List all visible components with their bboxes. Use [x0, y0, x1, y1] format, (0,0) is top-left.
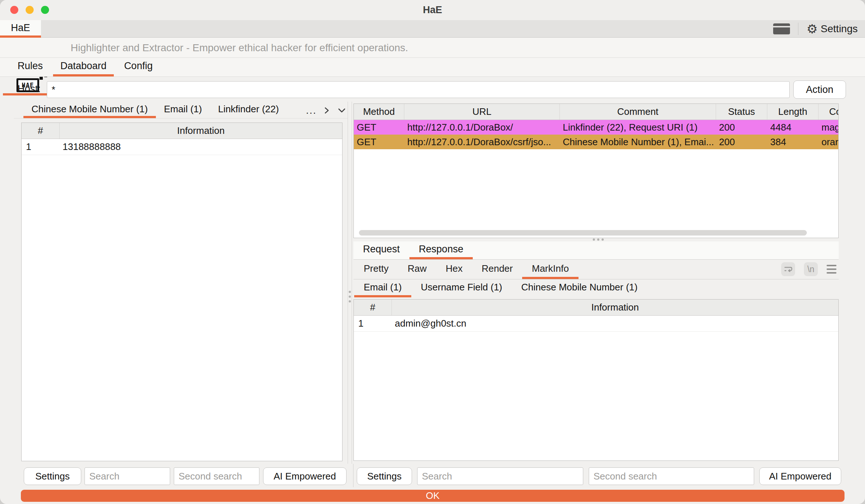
subtab-render[interactable]: Render	[472, 260, 522, 279]
action-button[interactable]: Action	[793, 80, 846, 99]
col-header-status[interactable]: Status	[716, 104, 767, 120]
horizontal-scrollbar[interactable]	[359, 230, 807, 236]
right-settings-button[interactable]: Settings	[357, 467, 412, 485]
tab-label: Chinese Mobile Number (1)	[31, 104, 148, 115]
tab-chinese-mobile-number[interactable]: Chinese Mobile Number (1)	[23, 102, 156, 118]
cell-comment: Chinese Mobile Number (1), Emai...	[560, 136, 716, 148]
requests-table: Method URL Comment Status Length Color G…	[353, 104, 839, 238]
subtab-label: MarkInfo	[532, 263, 569, 274]
subtab-markinfo[interactable]: MarkInfo	[522, 260, 578, 279]
top-tabstrip: HaE ⚙ Settings	[0, 20, 865, 38]
marktab-email[interactable]: Email (1)	[354, 279, 411, 297]
chevron-right-icon[interactable]	[322, 106, 331, 115]
button-label: AI Empowered	[274, 471, 336, 482]
subtab-hex[interactable]: Hex	[436, 260, 472, 279]
markinfo-table: # Information 1 admin@gh0st.cn	[353, 299, 839, 461]
cell-information: 13188888888	[60, 141, 342, 153]
tab-linkfinder[interactable]: Linkfinder (22)	[210, 102, 287, 118]
tab-overflow-ellipsis-button[interactable]: ...	[306, 105, 317, 116]
col-header-index[interactable]: #	[22, 123, 60, 139]
markinfo-tabs: Email (1) Username Field (1) Chinese Mob…	[353, 279, 839, 297]
left-second-search-input[interactable]	[174, 467, 259, 485]
button-label: AI Empowered	[769, 471, 832, 482]
tab-hae[interactable]: HaE	[0, 20, 41, 38]
tab-email[interactable]: Email (1)	[156, 102, 210, 118]
col-header-information[interactable]: Information	[60, 123, 342, 139]
newline-icon: \n	[807, 264, 814, 274]
footer-divider	[353, 464, 353, 487]
titlebar: HaE	[0, 0, 865, 20]
tab-label: Email (1)	[164, 104, 202, 115]
vertical-splitter-handle[interactable]	[349, 291, 351, 302]
tab-response[interactable]: Response	[409, 241, 473, 259]
word-wrap-button[interactable]	[781, 262, 795, 276]
button-label: Settings	[367, 471, 402, 482]
col-header-url[interactable]: URL	[404, 104, 560, 120]
marktab-chinese-mobile-number[interactable]: Chinese Mobile Number (1)	[512, 279, 647, 297]
tab-request[interactable]: Request	[353, 241, 409, 259]
col-header-color[interactable]: Color	[819, 104, 839, 120]
marktab-label: Username Field (1)	[421, 282, 502, 293]
action-button-label: Action	[806, 84, 833, 95]
newline-button[interactable]: \n	[804, 262, 818, 276]
cell-index: 1	[22, 141, 60, 153]
subtab-label: Raw	[408, 263, 427, 274]
tab-config[interactable]: Config	[117, 58, 160, 76]
left-search-input[interactable]	[85, 467, 170, 485]
tab-rules[interactable]: Rules	[10, 58, 50, 76]
cell-status: 200	[716, 122, 767, 133]
marktab-username-field[interactable]: Username Field (1)	[411, 279, 512, 297]
tab-label: Request	[363, 244, 400, 255]
host-input[interactable]	[47, 81, 790, 98]
col-header-information[interactable]: Information	[392, 300, 838, 315]
left-settings-button[interactable]: Settings	[24, 467, 81, 485]
cell-length: 4484	[767, 122, 819, 133]
viewer-toolbar-icons: \n	[781, 262, 836, 276]
minimize-button[interactable]	[26, 6, 34, 14]
left-ai-empowered-button[interactable]: AI Empowered	[263, 467, 347, 485]
ok-status-bar[interactable]: OK	[21, 490, 845, 502]
cell-comment: Linkfinder (22), Request URI (1)	[560, 122, 716, 133]
tab-databoard[interactable]: Databoard	[53, 58, 114, 76]
close-button[interactable]	[10, 6, 18, 14]
tab-overflow-controls: ...	[306, 103, 347, 118]
col-header-comment[interactable]: Comment	[560, 104, 716, 120]
window-icon[interactable]	[773, 23, 790, 34]
zoom-button[interactable]	[41, 6, 49, 14]
subtab-label: Hex	[446, 263, 463, 274]
subtab-pretty[interactable]: Pretty	[354, 260, 398, 279]
settings-label: Settings	[821, 23, 858, 35]
col-header-length[interactable]: Length	[767, 104, 819, 120]
cell-url: http://127.0.0.1/DoraBox/csrf/jso...	[404, 136, 560, 148]
menu-icon[interactable]	[827, 265, 836, 274]
gear-icon: ⚙	[806, 23, 817, 35]
horizontal-splitter-handle[interactable]	[593, 238, 604, 241]
panel-divider-line	[348, 102, 348, 464]
col-header-method[interactable]: Method	[354, 104, 404, 120]
viewer-subtabs: Pretty Raw Hex Render MarkInfo	[353, 260, 839, 279]
right-search-input[interactable]	[417, 467, 583, 485]
tab-rules-label: Rules	[18, 60, 43, 72]
tab-hae-label: HaE	[11, 22, 30, 34]
table-row[interactable]: 1 admin@gh0st.cn	[354, 316, 838, 332]
request-row[interactable]: GET http://127.0.0.1/DoraBox/ Linkfinder…	[354, 120, 838, 135]
tabstrip-controls: ⚙ Settings	[773, 20, 858, 38]
left-result-tabs: Chinese Mobile Number (1) Email (1) Link…	[14, 102, 348, 119]
request-row[interactable]: GET http://127.0.0.1/DoraBox/csrf/jso...…	[354, 135, 838, 149]
table-row[interactable]: 1 13188888888	[22, 139, 342, 155]
nav-tabs: Rules Databoard Config	[0, 58, 865, 77]
settings-button[interactable]: ⚙ Settings	[806, 23, 858, 35]
word-wrap-icon	[783, 264, 793, 274]
cell-method: GET	[354, 136, 404, 148]
chevron-down-icon[interactable]	[337, 106, 347, 115]
tab-label: Linkfinder (22)	[218, 104, 279, 115]
right-ai-empowered-button[interactable]: AI Empowered	[759, 467, 841, 485]
panel-divider-line	[352, 102, 352, 464]
window-icon-slit	[773, 26, 790, 27]
subtab-label: Pretty	[364, 263, 389, 274]
col-header-index[interactable]: #	[354, 300, 392, 315]
banner-row: HAE Highlighter and Extractor - Empower …	[0, 38, 865, 58]
subtab-raw[interactable]: Raw	[398, 260, 436, 279]
right-second-search-input[interactable]	[589, 467, 754, 485]
cell-method: GET	[354, 122, 404, 133]
